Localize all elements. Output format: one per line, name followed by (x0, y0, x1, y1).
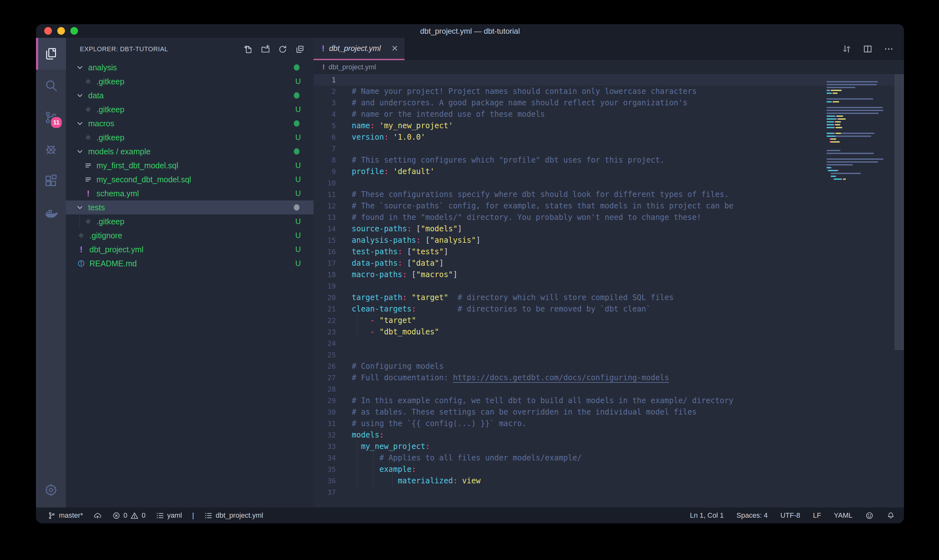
new-folder-icon[interactable] (261, 45, 270, 54)
folder-modified-dot (294, 204, 300, 211)
tree-file-my-second-dbt-model-sql[interactable]: my_second_dbt_model.sqlU (66, 172, 314, 186)
status-publish-changes[interactable] (93, 511, 102, 520)
code-line-5: 5name: 'my_new_project' (314, 120, 904, 131)
status-problems[interactable]: 00 (112, 511, 146, 520)
more-actions-icon[interactable] (884, 44, 894, 54)
tree-folder-data[interactable]: data (66, 88, 314, 103)
line-number: 10 (314, 179, 336, 187)
line-number: 20 (314, 294, 336, 302)
tree-file-my-first-dbt-model-sql[interactable]: my_first_dbt_model.sqlU (66, 158, 314, 172)
yaml-file-icon: ! (84, 189, 92, 198)
indent-guide (357, 315, 357, 338)
tree-item-label: .gitkeep (97, 217, 125, 226)
chevron-down-icon (75, 63, 84, 72)
files-icon (44, 46, 58, 61)
status-language-mode[interactable]: YAML (834, 511, 853, 520)
status-eol[interactable]: LF (813, 511, 821, 520)
line-number: 24 (314, 340, 336, 348)
tree-item-label: my_second_dbt_model.sql (97, 175, 191, 184)
tree-file--gitkeep[interactable]: .gitkeepU (66, 103, 314, 117)
close-window-button[interactable] (44, 27, 52, 35)
tree-item-label: .gitkeep (97, 133, 125, 142)
bell-icon (887, 511, 895, 520)
line-number: 33 (314, 443, 336, 451)
code-line-10: 10 (314, 177, 904, 189)
extensions-icon (44, 174, 58, 188)
activity-manage[interactable] (36, 472, 66, 508)
tree-file-dbt-project-yml[interactable]: !dbt_project.ymlU (66, 243, 314, 257)
refresh-icon[interactable] (278, 45, 288, 54)
activity-docker[interactable] (36, 197, 66, 229)
code-line-12: 12# The `source-paths` config, for examp… (314, 200, 904, 212)
code-line-34: 34 # Applies to all files under models/e… (314, 452, 904, 464)
code-line-25: 25 (314, 349, 904, 360)
tree-file--gitignore[interactable]: .gitignoreU (66, 228, 314, 243)
tree-item-label: data (88, 91, 104, 100)
folder-modified-dot (294, 120, 300, 127)
line-number: 18 (314, 271, 336, 279)
tree-file--gitkeep[interactable]: .gitkeepU (66, 214, 314, 228)
activity-run-debug[interactable] (36, 133, 66, 165)
activity-extensions[interactable] (36, 165, 66, 197)
window-title: dbt_project.yml — dbt-tutorial (420, 27, 520, 35)
minimap[interactable] (825, 76, 887, 508)
split-editor-icon[interactable] (863, 44, 873, 54)
tree-folder-tests[interactable]: tests (66, 200, 314, 214)
tree-file--gitkeep[interactable]: .gitkeepU (66, 74, 314, 88)
editor-scrollbar[interactable] (894, 74, 904, 350)
code-line-7: 7 (314, 143, 904, 154)
breadcrumb[interactable]: ! dbt_project.yml (314, 60, 904, 74)
tab-dbt-project-yml[interactable]: ! dbt_project.yml ✕ (314, 38, 405, 60)
indent-guide (357, 441, 357, 486)
line-number: 6 (314, 133, 336, 141)
chevron-down-icon (75, 91, 84, 100)
breadcrumb-file: dbt_project.yml (328, 63, 376, 71)
activity-search[interactable] (36, 70, 66, 102)
zoom-window-button[interactable] (70, 27, 78, 35)
status-encoding[interactable]: UTF-8 (780, 511, 800, 520)
line-number: 3 (314, 99, 336, 107)
tree-file--gitkeep[interactable]: .gitkeepU (66, 131, 314, 145)
code-line-11: 11# These configurations specify where d… (314, 189, 904, 200)
git-untracked-badge: U (296, 245, 301, 254)
tree-folder-models-example[interactable]: models / example (66, 145, 314, 158)
code-line-23: 23 - "dbt_modules" (314, 326, 904, 338)
status-text: 0 (123, 511, 127, 520)
code-editor[interactable]: 12# Name your project! Project names sho… (314, 74, 904, 508)
status-text: Spaces: 4 (737, 511, 768, 520)
code-line-13: 13# found in the "models/" directory. Yo… (314, 212, 904, 223)
status-separator: | (192, 511, 194, 520)
tree-file-readme-md[interactable]: README.mdU (66, 257, 314, 271)
collapse-all-icon[interactable] (295, 45, 305, 54)
line-number: 13 (314, 214, 336, 222)
close-tab-icon[interactable]: ✕ (391, 44, 398, 54)
status-text: YAML (834, 511, 853, 520)
status-feedback[interactable] (865, 511, 874, 520)
tree-folder-macros[interactable]: macros (66, 117, 314, 131)
status-git-branch[interactable]: master* (48, 511, 83, 520)
debug-icon (44, 142, 58, 157)
status-notifications[interactable] (887, 511, 895, 520)
line-number: 8 (314, 156, 336, 164)
open-changes-icon[interactable] (842, 44, 852, 54)
title-bar: dbt_project.yml — dbt-tutorial (36, 24, 904, 38)
status-text: dbt_project.yml (216, 511, 263, 520)
activity-explorer[interactable] (36, 38, 66, 70)
activity-source-control[interactable]: 11 (36, 102, 66, 133)
indent-guide (79, 214, 80, 228)
new-file-icon[interactable] (243, 45, 253, 54)
minimize-window-button[interactable] (57, 27, 65, 35)
status-dbt-file-status[interactable]: dbt_project.yml (204, 511, 263, 520)
line-number: 26 (314, 362, 336, 370)
git-untracked-badge: U (296, 133, 301, 142)
status-cursor-position[interactable]: Ln 1, Col 1 (690, 511, 723, 520)
code-line-21: 21clean-targets: # directories to be rem… (314, 303, 904, 315)
tree-file-schema-yml[interactable]: !schema.ymlU (66, 186, 314, 200)
code-line-6: 6version: '1.0.0' (314, 131, 904, 143)
tree-folder-analysis[interactable]: analysis (66, 60, 314, 74)
code-line-29: 29# In this example config, we tell dbt … (314, 395, 904, 406)
status-yaml-status[interactable]: yaml (155, 511, 182, 520)
code-line-4: 4# name or the intended use of these mod… (314, 109, 904, 120)
status-indentation[interactable]: Spaces: 4 (737, 511, 768, 520)
line-number: 37 (314, 488, 336, 496)
